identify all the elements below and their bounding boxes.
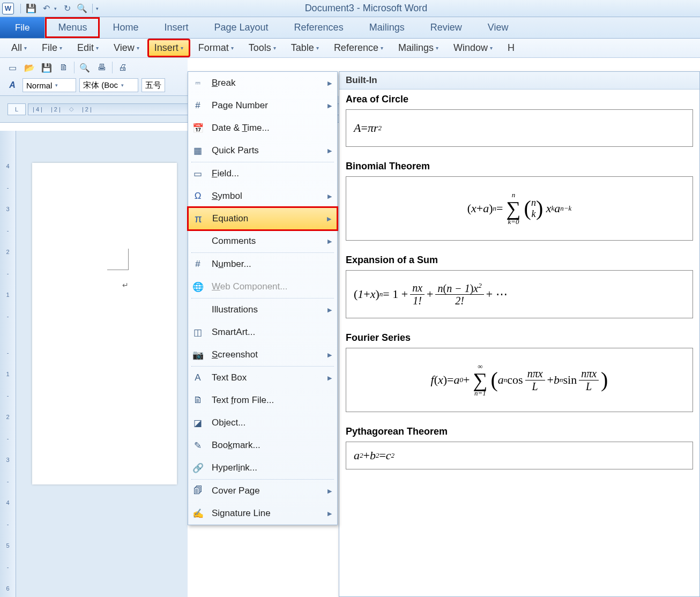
classic-menu-file[interactable]: File▾ (36, 40, 68, 56)
print-preview-icon[interactable]: 🔍 (78, 61, 92, 74)
menu-item-screenshot[interactable]: 📷Screenshot▶ (188, 344, 337, 366)
tab-menus[interactable]: Menus (45, 17, 100, 38)
web-component-icon: 🌐 (191, 280, 204, 293)
tab-references[interactable]: References (281, 17, 356, 38)
save-icon[interactable]: 💾 (26, 4, 36, 13)
eq-preview-pythagorean[interactable]: a2 + b2 = c2 (346, 442, 693, 469)
eq-title-area-circle: Area of Circle (339, 89, 699, 107)
eq-preview-binomial[interactable]: (x + a)n = n∑k=0 (nk) xkan−k (346, 176, 693, 241)
eq-preview-area-circle[interactable]: A = πr2 (346, 109, 693, 147)
menu-item-illustrations[interactable]: Illustrations▶ (188, 298, 337, 321)
document-page[interactable]: ↵ (32, 163, 177, 484)
ribbon-tabs: File Menus Home Insert Page Layout Refer… (0, 17, 700, 39)
document-area: 4-3- 2-1- -1- 2-3- 4-5- 6-7- ↵ (0, 131, 188, 597)
undo-dropdown-icon[interactable]: ▾ (54, 6, 57, 11)
classic-menu-bar: All▾ File▾ Edit▾ View▾ Insert▾ Format▾ T… (0, 39, 700, 58)
quick-print-icon[interactable]: 🖶 (95, 61, 109, 74)
tab-selector-icon[interactable]: L (8, 103, 26, 115)
menu-item-bookmark[interactable]: ✎Bookmark... (188, 434, 337, 457)
comments-icon (191, 235, 204, 248)
qat-separator (20, 4, 21, 13)
menu-item-hyperlink[interactable]: 🔗Hyperlink... (188, 457, 337, 479)
submenu-arrow-icon: ▶ (327, 80, 332, 87)
menu-item-text-box[interactable]: AText Box▶ (188, 367, 337, 389)
font-dialog-icon[interactable]: A (5, 79, 19, 92)
menu-item-signature-line[interactable]: ✍Signature Line▶ (188, 502, 337, 525)
menu-item-cover-page[interactable]: 🗐Cover Page▶ (188, 480, 337, 502)
print-preview-icon[interactable]: 🔍 (77, 4, 87, 13)
classic-menu-insert[interactable]: Insert▾ (148, 40, 189, 56)
tab-insert[interactable]: Insert (151, 17, 201, 38)
redo-icon[interactable]: ↻ (62, 4, 72, 13)
save-icon[interactable]: 💾 (40, 61, 54, 74)
quick-parts-icon: ▦ (191, 144, 204, 157)
menu-item-break[interactable]: ⎓Break▶ (188, 72, 337, 94)
classic-menu-reference[interactable]: Reference▾ (328, 40, 389, 56)
classic-menu-mailings[interactable]: Mailings▾ (392, 40, 444, 56)
menu-item-text-from-file[interactable]: 🗎Text from File... (188, 389, 337, 412)
ruler-tick: | 2 | (51, 106, 61, 113)
text-box-icon: A (191, 371, 204, 384)
submenu-arrow-icon: ▶ (327, 375, 332, 382)
submenu-arrow-icon: ▶ (327, 147, 332, 154)
classic-menu-view[interactable]: View▾ (108, 40, 145, 56)
menu-item-comments[interactable]: Comments▶ (188, 230, 337, 252)
quick-access-toolbar: 💾 ↶ ▾ ↻ 🔍 ▾ (20, 4, 99, 13)
hyperlink-icon: 🔗 (191, 461, 204, 474)
toolbar-separator (74, 62, 75, 73)
new-doc-icon[interactable]: ▭ (5, 61, 19, 74)
window-title: Document3 - Microsoft Word (99, 3, 698, 14)
field-icon: ▭ (191, 167, 204, 180)
menu-item-quick-parts[interactable]: ▦Quick Parts▶ (188, 139, 337, 162)
title-bar: W 💾 ↶ ▾ ↻ 🔍 ▾ Document3 - Microsoft Word (0, 0, 700, 17)
saveas-icon[interactable]: 🗎 (57, 61, 71, 74)
classic-menu-format[interactable]: Format▾ (192, 40, 240, 56)
classic-menu-tools[interactable]: Tools▾ (243, 40, 282, 56)
file-tab[interactable]: File (0, 17, 45, 38)
classic-menu-help[interactable]: H (502, 40, 520, 56)
menu-item-page-number[interactable]: #Page Number▶ (188, 94, 337, 117)
menu-item-object[interactable]: ◪Object... (188, 412, 337, 434)
submenu-arrow-icon: ▶ (327, 510, 332, 517)
menu-item-smartart[interactable]: ◫SmartArt... (188, 321, 337, 344)
submenu-arrow-icon: ▶ (327, 102, 332, 109)
submenu-arrow-icon: ▶ (327, 307, 332, 314)
tab-home[interactable]: Home (100, 17, 151, 38)
classic-menu-all[interactable]: All▾ (5, 40, 33, 56)
menu-item-symbol[interactable]: ΩSymbol▶ (188, 185, 337, 207)
ruler-tick: | 2 | (82, 106, 92, 113)
menu-item-web-component: 🌐Web Component... (188, 275, 337, 298)
font-size-combo[interactable]: 五号 (142, 78, 165, 92)
menu-item-field[interactable]: ▭Field... (188, 162, 337, 185)
classic-menu-window[interactable]: Window▾ (448, 40, 498, 56)
font-combo[interactable]: 宋体 (Boc▾ (79, 78, 138, 92)
tab-mailings[interactable]: Mailings (356, 17, 418, 38)
classic-menu-edit[interactable]: Edit▾ (71, 40, 105, 56)
menu-item-equation[interactable]: πEquation▶ (188, 207, 337, 230)
print-icon[interactable]: 🖨 (116, 61, 130, 74)
word-app-icon: W (2, 3, 14, 14)
tab-review[interactable]: Review (418, 17, 475, 38)
menu-item-number[interactable]: #Number... (188, 253, 337, 275)
equation-icon: π (192, 212, 205, 225)
bookmark-icon: ✎ (191, 439, 204, 452)
menu-item-date-time[interactable]: 📅Date & Time... (188, 117, 337, 139)
open-icon[interactable]: 📂 (23, 61, 36, 74)
vertical-ruler[interactable]: 4-3- 2-1- -1- 2-3- 4-5- 6-7- (0, 131, 16, 597)
toolbar-area: ▭ 📂 💾 🗎 🔍 🖶 🖨 A Normal▾ 宋体 (Boc▾ 五号 (0, 58, 188, 96)
equation-gallery: Built-In Area of Circle A = πr2 Binomial… (339, 71, 700, 597)
symbol-icon: Ω (191, 190, 204, 203)
toolbar-separator (112, 62, 113, 73)
eq-title-binomial: Binomial Theorem (339, 156, 699, 174)
text-from-file-icon: 🗎 (191, 394, 204, 407)
classic-menu-table[interactable]: Table▾ (285, 40, 325, 56)
eq-title-pythagorean: Pythagorean Theorem (339, 422, 699, 439)
break-icon: ⎓ (191, 77, 204, 89)
tab-page-layout[interactable]: Page Layout (201, 17, 281, 38)
eq-preview-fourier[interactable]: f(x) = a0 + ∞∑n=1 (an cos nπxL + bn sin … (346, 348, 693, 412)
submenu-arrow-icon: ▶ (327, 488, 332, 495)
tab-view[interactable]: View (475, 17, 522, 38)
undo-icon[interactable]: ↶ (41, 4, 51, 13)
eq-preview-expansion[interactable]: (1 + x)n = 1 + nx1! + n(n − 1)x22! + ⋯ (346, 270, 693, 318)
style-combo[interactable]: Normal▾ (23, 78, 76, 92)
